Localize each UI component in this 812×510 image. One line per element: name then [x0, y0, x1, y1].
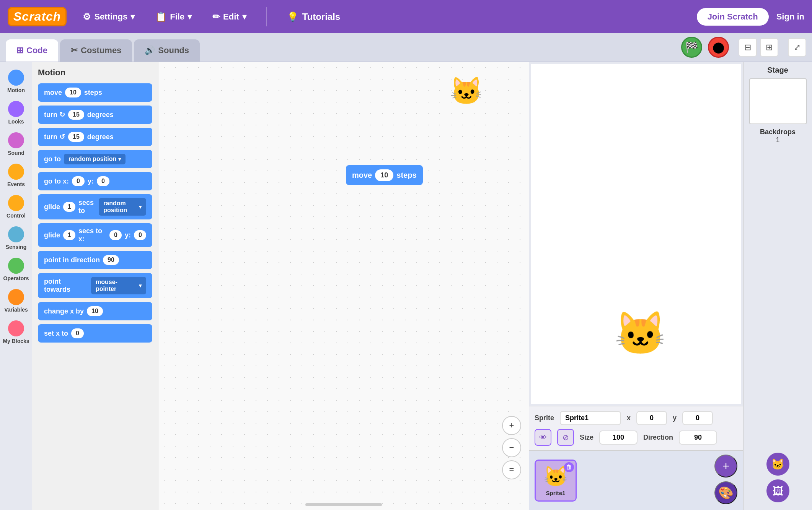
sprite-info-row2: 👁 ⊘ Size Direction [535, 429, 737, 446]
show-sprite-button[interactable]: 👁 [535, 429, 551, 446]
sign-in-button[interactable]: Sign in [776, 12, 804, 22]
backdrops-count: 1 [776, 136, 779, 144]
sprite-info-row1: Sprite x y [535, 411, 737, 425]
code-icon: ⊞ [16, 45, 23, 55]
stage-controls: 🏁 ⬤ [677, 33, 733, 62]
tab-bar: ⊞ Code ✂ Costumes 🔊 Sounds 🏁 ⬤ ⊟ ⊞ ⤢ [0, 33, 812, 62]
tutorials-button[interactable]: 💡 Tutorials [282, 8, 345, 25]
file-button[interactable]: 📋 File ▾ [151, 8, 196, 25]
block-glide-to[interactable]: glide 1 secs to random position ▾ [38, 194, 152, 219]
sprite-name-input[interactable] [560, 411, 621, 425]
sprite-label: Sprite [535, 414, 554, 422]
green-flag-button[interactable]: 🏁 [681, 37, 702, 58]
small-stage-button[interactable]: ⊟ [739, 38, 757, 57]
sidebar-item-events[interactable]: Events [5, 162, 27, 189]
stage-panel-title: Stage [767, 66, 788, 75]
sidebar-item-control[interactable]: Control [5, 193, 28, 221]
sidebar-item-looks[interactable]: Looks [6, 99, 26, 127]
y-coord-label: y [673, 414, 677, 422]
sprite-delete-button[interactable]: 🗑 [564, 462, 574, 472]
sidebar-item-sensing[interactable]: Sensing [4, 224, 28, 252]
stage-canvas: 🐱 [531, 64, 741, 404]
top-navigation: Scratch ⚙ Settings ▾ 📋 File ▾ ✏ Edit ▾ 💡… [0, 0, 812, 33]
scratch-logo[interactable]: Scratch [8, 7, 67, 26]
sidebar-item-myblocks[interactable]: My Blocks [1, 318, 31, 346]
zoom-reset-button[interactable]: = [502, 460, 521, 479]
sidebar-item-variables[interactable]: Variables [2, 287, 30, 315]
y-coord-input[interactable] [682, 411, 713, 425]
control-label: Control [7, 213, 26, 219]
block-point-towards[interactable]: point towards mouse-pointer ▾ [38, 273, 152, 298]
point-towards-dropdown[interactable]: mouse-pointer ▾ [91, 277, 146, 294]
block-go-to-xy[interactable]: go to x: 0 y: 0 [38, 172, 152, 190]
zoom-out-button[interactable]: − [502, 438, 521, 457]
sprite-thumb-sprite1[interactable]: 🗑 🐱 Sprite1 [535, 460, 577, 502]
blocks-title: Motion [38, 68, 152, 78]
placed-block-move[interactable]: move 10 steps [346, 165, 423, 185]
horizontal-scrollbar[interactable] [305, 503, 382, 506]
backdrops-label: Backdrops [760, 128, 796, 136]
block-move[interactable]: move 10 steps [38, 83, 152, 102]
block-change-x[interactable]: change x by 10 [38, 302, 152, 320]
operators-label: Operators [3, 275, 29, 281]
block-turn-ccw[interactable]: turn ↺ 15 degrees [38, 128, 152, 146]
edit-icon: ✏ [212, 11, 220, 22]
size-input[interactable] [599, 430, 638, 445]
block-glide-xy[interactable]: glide 1 secs to x: 0 y: 0 [38, 223, 152, 247]
hide-sprite-button[interactable]: ⊘ [557, 429, 574, 446]
stage-panel: Stage Backdrops 1 🐱 🖼 [743, 62, 812, 510]
code-area[interactable]: move 10 steps 🐱 + − = [158, 62, 529, 510]
stop-button[interactable]: ⬤ [708, 37, 729, 58]
sidebar-item-sound[interactable]: Sound [6, 130, 26, 158]
nav-separator [266, 7, 267, 26]
looks-label: Looks [8, 119, 24, 125]
events-label: Events [7, 181, 25, 187]
categories-sidebar: Motion Looks Sound Events Control Sensin… [0, 62, 32, 510]
fullscreen-button[interactable]: ⤢ [788, 38, 806, 57]
edit-button[interactable]: ✏ Edit ▾ [208, 8, 251, 25]
sensing-dot [8, 226, 24, 242]
add-sprite-fab-button[interactable]: 🐱 [766, 453, 789, 476]
sound-label: Sound [8, 150, 24, 156]
block-point-direction[interactable]: point in direction 90 [38, 251, 152, 269]
placed-block-input[interactable]: 10 [375, 169, 393, 181]
costumes-icon: ✂ [71, 45, 78, 55]
myblocks-label: My Blocks [3, 338, 29, 344]
motion-dot [8, 70, 24, 86]
go-to-dropdown[interactable]: random position ▾ [64, 154, 126, 164]
myblocks-dot [8, 320, 24, 336]
main-content: Motion Looks Sound Events Control Sensin… [0, 62, 812, 510]
block-go-to[interactable]: go to random position ▾ [38, 150, 152, 168]
view-mode-buttons: ⊟ ⊞ [739, 38, 778, 57]
x-coord-label: x [627, 414, 631, 422]
variables-dot [8, 289, 24, 305]
sprite-info-bar: Sprite x y 👁 ⊘ Size Direction [529, 406, 743, 450]
add-sprite-button[interactable]: + [714, 455, 737, 478]
code-area-sprite: 🐱 [450, 75, 483, 107]
tab-costumes[interactable]: ✂ Costumes [60, 39, 132, 62]
glide-to-dropdown[interactable]: random position ▾ [99, 198, 146, 216]
sidebar-item-motion[interactable]: Motion [5, 68, 27, 95]
zoom-in-button[interactable]: + [502, 416, 521, 435]
sound-dot [8, 132, 24, 148]
stage-backdrop-thumbnail[interactable] [749, 78, 807, 124]
join-scratch-button[interactable]: Join Scratch [697, 8, 769, 26]
nav-right: Join Scratch Sign in [697, 8, 804, 26]
add-stage-fab-button[interactable]: 🖼 [766, 479, 789, 502]
large-stage-button[interactable]: ⊞ [760, 38, 778, 57]
sidebar-item-operators[interactable]: Operators [2, 256, 31, 283]
sensing-label: Sensing [6, 244, 26, 250]
variables-label: Variables [4, 307, 28, 313]
block-turn-cw[interactable]: turn ↻ 15 degrees [38, 106, 152, 124]
settings-button[interactable]: ⚙ Settings ▾ [78, 8, 139, 25]
motion-label: Motion [7, 87, 25, 93]
tab-code[interactable]: ⊞ Code [6, 39, 58, 62]
sprite-thumb-label: Sprite1 [546, 490, 566, 496]
tab-sounds[interactable]: 🔊 Sounds [134, 39, 200, 62]
block-set-x[interactable]: set x to 0 [38, 324, 152, 343]
direction-input[interactable] [679, 430, 717, 445]
x-coord-input[interactable] [636, 411, 667, 425]
add-backdrop-button[interactable]: 🎨 [714, 481, 737, 504]
stage-sprite: 🐱 [614, 309, 667, 358]
events-dot [8, 164, 24, 180]
